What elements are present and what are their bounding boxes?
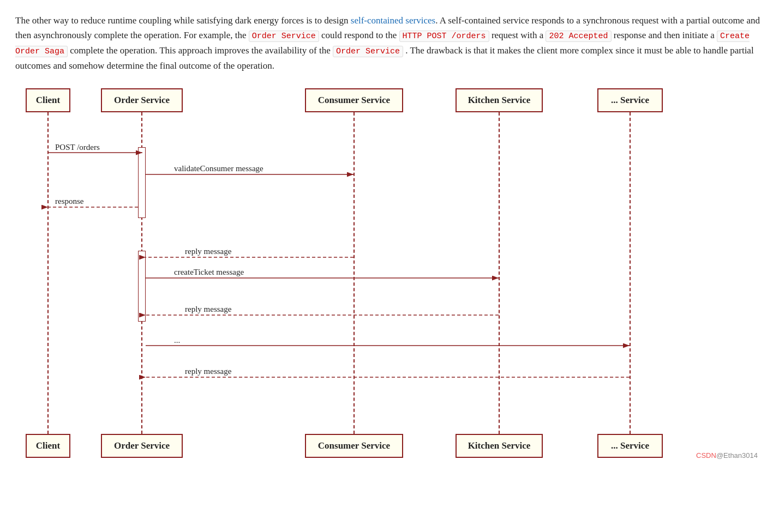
participant-dotservice-bottom: ... Service: [597, 434, 663, 457]
lifeline-client: [47, 112, 49, 434]
participant-client-top: Client: [26, 88, 70, 112]
participant-order-top: Order Service: [101, 88, 183, 112]
lifeline-dotservice: [630, 112, 631, 434]
participant-dotservice-top: ... Service: [597, 88, 663, 112]
code-202: 202 Accepted: [546, 31, 611, 42]
participant-kitchen-bottom: Kitchen Service: [456, 434, 543, 457]
text4: response and then initiate a: [612, 30, 717, 40]
text-before-link: The other way to reduce runtime coupling…: [15, 15, 351, 26]
label-validate-consumer: validateConsumer message: [174, 164, 263, 173]
sequence-diagram: Client Order Service Consumer Service Ki…: [16, 88, 763, 464]
participant-order-bottom: Order Service: [101, 434, 183, 457]
label-post-orders: POST /orders: [55, 143, 100, 152]
label-reply-1: reply message: [185, 247, 232, 256]
label-reply-2: reply message: [185, 305, 232, 313]
label-response: response: [55, 197, 84, 205]
code-order-service-1: Order Service: [249, 31, 319, 42]
lifeline-consumer: [353, 112, 355, 434]
watermark: CSDN@Ethan3014: [696, 450, 758, 462]
paragraph: The other way to reduce runtime coupling…: [15, 13, 763, 73]
activation-order-2: [138, 251, 146, 322]
code-order-service-2: Order Service: [333, 46, 403, 57]
label-create-ticket: createTicket message: [174, 268, 244, 276]
label-reply-3: reply message: [185, 367, 232, 376]
participant-consumer-bottom: Consumer Service: [305, 434, 403, 457]
participant-consumer-top: Consumer Service: [305, 88, 403, 112]
text2: could respond to the: [319, 30, 399, 40]
self-contained-link[interactable]: self-contained services: [351, 15, 435, 26]
participant-client-bottom: Client: [26, 434, 70, 457]
arrows-svg: POST /orders validateConsumer message re…: [16, 88, 763, 464]
lifeline-kitchen: [499, 112, 500, 434]
activation-order-1: [138, 147, 146, 218]
code-http-post: HTTP POST /orders: [399, 31, 489, 42]
participant-kitchen-top: Kitchen Service: [456, 88, 543, 112]
label-dots: ...: [174, 336, 180, 344]
text3: request with a: [489, 30, 546, 40]
text5: complete the operation. This approach im…: [68, 45, 333, 56]
